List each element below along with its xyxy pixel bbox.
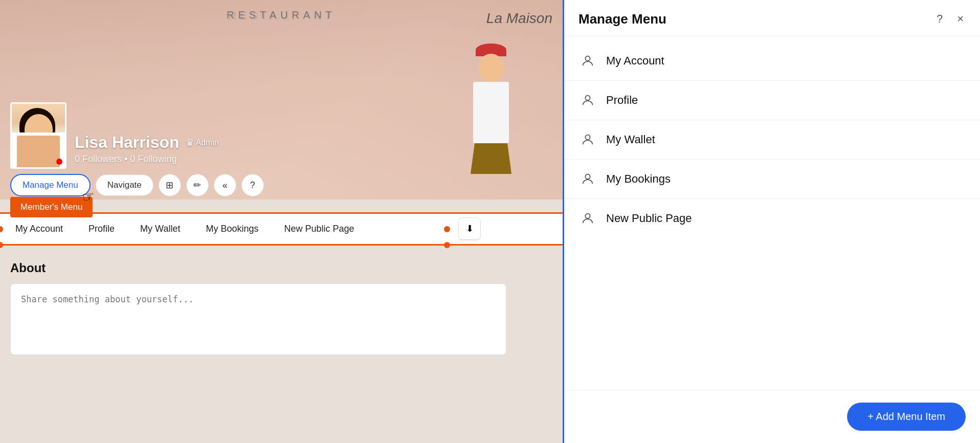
- la-maison-text: La Maison: [486, 10, 552, 27]
- nav-item-my-wallet[interactable]: My Wallet: [140, 224, 180, 234]
- question-icon: ?: [250, 180, 255, 191]
- chevron-left-icon: «: [222, 180, 228, 191]
- my-wallet-label: My Wallet: [606, 133, 655, 146]
- svg-point-4: [585, 214, 590, 218]
- crown-icon: ♛: [186, 137, 194, 148]
- avatar-image: [12, 104, 65, 167]
- about-section: About: [10, 261, 552, 357]
- panel-item-profile[interactable]: Profile: [564, 81, 980, 120]
- pencil-icon: ✏: [193, 180, 201, 191]
- nav-item-new-public-page[interactable]: New Public Page: [284, 224, 354, 234]
- profile-section: Lisa Harrison ♛ Admin 0 Followers • 0 Fo…: [10, 102, 219, 169]
- notification-dot: [56, 159, 62, 165]
- admin-badge: ♛ Admin: [186, 137, 219, 148]
- svg-point-1: [585, 96, 590, 100]
- manage-menu-panel: Manage Menu ? × My Account: [563, 0, 980, 443]
- followers-count: 0 Followers: [75, 154, 122, 164]
- following-count: 0 Following: [130, 154, 176, 164]
- new-public-page-label: New Public Page: [606, 212, 692, 225]
- back-icon-button[interactable]: «: [214, 174, 236, 196]
- my-bookings-label: My Bookings: [606, 172, 671, 186]
- layout-icon: ⊞: [166, 180, 173, 191]
- orange-dot-bottom-right: [444, 242, 450, 248]
- new-public-page-icon: [578, 209, 597, 228]
- panel-item-my-wallet[interactable]: My Wallet: [564, 120, 980, 159]
- panel-item-my-account[interactable]: My Account: [564, 41, 980, 80]
- my-account-icon: [578, 52, 597, 70]
- my-account-label: My Account: [606, 54, 664, 68]
- panel-title: Manage Menu: [578, 11, 666, 27]
- profile-icon: [578, 91, 597, 109]
- profile-info: Lisa Harrison ♛ Admin 0 Followers • 0 Fo…: [75, 133, 219, 169]
- nav-item-my-bookings[interactable]: My Bookings: [206, 224, 258, 234]
- profile-label: Profile: [606, 94, 638, 107]
- members-menu-dropdown[interactable]: Member's Menu: [10, 197, 93, 217]
- avatar: [10, 102, 66, 169]
- panel-item-new-public-page[interactable]: New Public Page: [564, 199, 980, 238]
- stats-separator: •: [124, 154, 130, 164]
- about-textarea[interactable]: [10, 283, 506, 355]
- panel-header-icons: ? ×: [934, 10, 966, 28]
- help-icon-button[interactable]: ?: [241, 174, 264, 196]
- svg-point-0: [585, 56, 590, 61]
- svg-point-2: [585, 135, 590, 140]
- about-title: About: [10, 261, 552, 275]
- toolbar: Manage Menu Navigate ⊞ ✏ « ?: [10, 174, 264, 196]
- my-bookings-icon: [578, 170, 597, 188]
- hero-background: RESTAURANT La Maison: [0, 0, 563, 200]
- panel-footer: + Add Menu Item: [564, 390, 980, 443]
- nav-item-profile[interactable]: Profile: [88, 224, 115, 234]
- panel-menu-items: My Account Profile: [564, 36, 980, 390]
- panel-close-button[interactable]: ×: [955, 10, 966, 28]
- main-content: RESTAURANT La Maison: [0, 0, 563, 443]
- profile-stats: 0 Followers • 0 Following: [75, 154, 219, 165]
- profile-name-row: Lisa Harrison ♛ Admin: [75, 133, 219, 152]
- layout-icon-button[interactable]: ⊞: [159, 174, 181, 196]
- panel-header: Manage Menu ? ×: [564, 0, 980, 36]
- nav-item-my-account[interactable]: My Account: [15, 224, 63, 234]
- edit-icon-button[interactable]: ✏: [186, 174, 209, 196]
- nav-items: My Account Profile My Wallet My Bookings…: [0, 224, 370, 234]
- hero-person: [460, 41, 522, 184]
- svg-point-3: [585, 174, 590, 179]
- manage-menu-button[interactable]: Manage Menu: [10, 174, 91, 196]
- profile-name: Lisa Harrison: [75, 133, 180, 152]
- download-button-bottom[interactable]: ⬇: [458, 217, 481, 240]
- admin-label: Admin: [196, 138, 219, 147]
- add-menu-item-button[interactable]: + Add Menu Item: [847, 403, 966, 431]
- orange-dot-bottom-left: [0, 242, 3, 248]
- panel-item-my-bookings[interactable]: My Bookings: [564, 160, 980, 198]
- panel-help-button[interactable]: ?: [934, 10, 945, 28]
- orange-dot-right: [444, 226, 450, 232]
- my-wallet-icon: [578, 130, 597, 149]
- navigate-button[interactable]: Navigate: [96, 174, 153, 196]
- restaurant-label: RESTAURANT: [227, 9, 336, 21]
